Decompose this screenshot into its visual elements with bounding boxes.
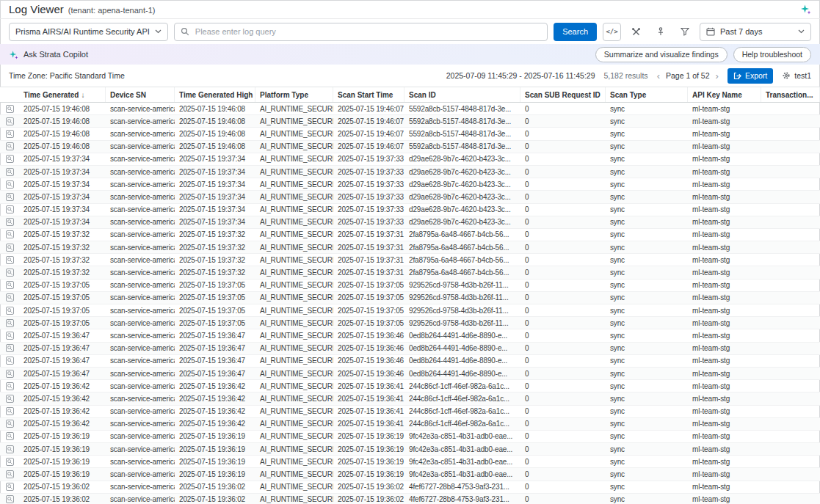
log-query-box[interactable] — [174, 23, 548, 41]
cell-platform-type: AI_RUNTIME_SECURITY_API — [255, 168, 333, 176]
row-detail-icon[interactable] — [0, 445, 19, 453]
cell-scan-id: d29ae628-9b7c-4620-b423-3c... — [404, 180, 520, 189]
row-detail-icon[interactable] — [0, 130, 19, 138]
table-row[interactable]: 2025-07-15 19:37:32scan-service-americas… — [0, 266, 820, 279]
row-detail-icon[interactable] — [0, 230, 19, 238]
query-tools-button[interactable] — [627, 23, 645, 41]
summarize-findings-button[interactable]: Summarize and visualize findings — [595, 47, 728, 62]
table-row[interactable]: 2025-07-15 19:37:34scan-service-americas… — [0, 166, 820, 178]
export-button[interactable]: Export — [728, 68, 773, 84]
column-header-api-key-name[interactable]: API Key Name — [688, 87, 761, 102]
row-detail-icon[interactable] — [0, 193, 19, 201]
row-detail-icon[interactable] — [0, 180, 19, 189]
row-detail-icon[interactable] — [0, 281, 19, 289]
row-detail-icon[interactable] — [0, 332, 19, 340]
cell-scan-start-time: 2025-07-15 19:36:02 — [333, 495, 404, 503]
cell-platform-type: AI_RUNTIME_SECURITY_API — [255, 281, 333, 289]
table-row[interactable]: 2025-07-15 19:46:08scan-service-americas… — [0, 141, 820, 153]
row-detail-icon[interactable] — [0, 495, 19, 503]
column-header-scan-id[interactable]: Scan ID — [404, 87, 520, 102]
cell-time-generated: 2025-07-15 19:37:05 — [19, 293, 106, 302]
row-detail-icon[interactable] — [0, 458, 19, 466]
row-detail-icon[interactable] — [0, 483, 19, 491]
table-row[interactable]: 2025-07-15 19:46:08scan-service-americas… — [0, 128, 820, 140]
page-prev-icon[interactable]: ‹ — [657, 71, 660, 81]
search-button[interactable]: Search — [554, 23, 597, 41]
column-header-time-generated-high-resol[interactable]: Time Generated High Resol... — [175, 87, 255, 102]
column-header-transaction[interactable]: Transaction... — [761, 87, 820, 102]
row-detail-icon[interactable] — [0, 269, 19, 277]
row-detail-icon[interactable] — [0, 407, 19, 415]
copilot-sparkle-icon[interactable] — [800, 4, 811, 15]
filter-button[interactable] — [675, 23, 694, 41]
row-detail-icon[interactable] — [0, 117, 19, 125]
cell-platform-type: AI_RUNTIME_SECURITY_API — [255, 180, 333, 189]
row-detail-icon[interactable] — [0, 293, 19, 302]
table-row[interactable]: 2025-07-15 19:37:05scan-service-americas… — [0, 317, 820, 329]
column-header-time-generated[interactable]: Time Generated↓ — [19, 87, 106, 102]
table-row[interactable]: 2025-07-15 19:36:02scan-service-americas… — [0, 481, 820, 494]
table-row[interactable]: 2025-07-15 19:37:32scan-service-americas… — [0, 241, 820, 254]
table-row[interactable]: 2025-07-15 19:36:42scan-service-americas… — [0, 380, 820, 392]
log-type-selector[interactable]: Prisma AIRS/AI Runtime Security API — [9, 23, 168, 41]
table-row[interactable]: 2025-07-15 19:37:34scan-service-americas… — [0, 153, 820, 166]
row-detail-icon[interactable] — [0, 205, 19, 213]
page-next-icon[interactable]: › — [716, 71, 719, 81]
table-row[interactable]: 2025-07-15 19:37:05scan-service-americas… — [0, 304, 820, 317]
row-detail-icon[interactable] — [0, 357, 19, 365]
row-detail-icon[interactable] — [0, 420, 19, 428]
row-detail-icon[interactable] — [0, 470, 19, 478]
cell-scan-id: 4fef6727-28b8-4753-9af3-231... — [404, 495, 520, 503]
table-row[interactable]: 2025-07-15 19:37:32scan-service-americas… — [0, 254, 820, 266]
table-row[interactable]: 2025-07-15 19:46:08scan-service-americas… — [0, 115, 820, 128]
table-row[interactable]: 2025-07-15 19:36:19scan-service-americas… — [0, 468, 820, 481]
row-detail-icon[interactable] — [0, 319, 19, 327]
help-troubleshoot-button[interactable]: Help troubleshoot — [733, 47, 811, 62]
table-row[interactable]: 2025-07-15 19:37:34scan-service-americas… — [0, 191, 820, 203]
table-row[interactable]: 2025-07-15 19:36:02scan-service-americas… — [0, 494, 820, 504]
log-query-input[interactable] — [194, 26, 541, 37]
view-query-code-button[interactable]: </> — [603, 23, 621, 41]
table-row[interactable]: 2025-07-15 19:36:42scan-service-americas… — [0, 392, 820, 405]
table-row[interactable]: 2025-07-15 19:37:34scan-service-americas… — [0, 216, 820, 229]
row-detail-icon[interactable] — [0, 432, 19, 440]
row-detail-icon[interactable] — [0, 105, 19, 113]
table-row[interactable]: 2025-07-15 19:36:19scan-service-americas… — [0, 456, 820, 468]
row-detail-icon[interactable] — [0, 382, 19, 390]
column-header-scan-sub-request-id[interactable]: Scan SUB Request ID — [520, 87, 606, 102]
row-detail-icon[interactable] — [0, 244, 19, 252]
column-header-device-sn[interactable]: Device SN — [106, 87, 175, 102]
row-detail-icon[interactable] — [0, 168, 19, 176]
table-row[interactable]: 2025-07-15 19:37:34scan-service-americas… — [0, 178, 820, 191]
table-row[interactable]: 2025-07-15 19:36:47scan-service-americas… — [0, 355, 820, 368]
time-range-selector[interactable]: Past 7 days — [700, 23, 811, 41]
table-row[interactable]: 2025-07-15 19:36:47scan-service-americas… — [0, 368, 820, 380]
cell-device-sn: scan-service-americas — [106, 230, 175, 238]
row-detail-icon[interactable] — [0, 142, 19, 150]
saved-view-selector[interactable]: test1 — [782, 71, 811, 80]
row-detail-icon[interactable] — [0, 344, 19, 352]
query-builder-button[interactable] — [651, 23, 670, 41]
ask-copilot-button[interactable]: Ask Strata Copilot — [9, 50, 88, 59]
column-header-scan-type[interactable]: Scan Type — [606, 87, 688, 102]
row-detail-icon[interactable] — [0, 155, 19, 163]
table-row[interactable]: 2025-07-15 19:37:05scan-service-americas… — [0, 280, 820, 292]
row-detail-icon[interactable] — [0, 395, 19, 403]
row-detail-icon[interactable] — [0, 370, 19, 378]
table-row[interactable]: 2025-07-15 19:36:19scan-service-americas… — [0, 431, 820, 443]
row-detail-icon[interactable] — [0, 218, 19, 226]
row-detail-icon[interactable] — [0, 256, 19, 264]
table-row[interactable]: 2025-07-15 19:46:08scan-service-americas… — [0, 103, 820, 115]
table-row[interactable]: 2025-07-15 19:37:05scan-service-americas… — [0, 292, 820, 304]
table-row[interactable]: 2025-07-15 19:36:42scan-service-americas… — [0, 406, 820, 418]
table-row[interactable]: 2025-07-15 19:36:47scan-service-americas… — [0, 329, 820, 342]
table-row[interactable]: 2025-07-15 19:36:47scan-service-americas… — [0, 343, 820, 355]
table-row[interactable]: 2025-07-15 19:37:34scan-service-americas… — [0, 204, 820, 216]
row-detail-icon[interactable] — [0, 307, 19, 315]
table-row[interactable]: 2025-07-15 19:37:32scan-service-americas… — [0, 229, 820, 241]
cell-api-key-name: ml-team-stg — [688, 281, 761, 289]
column-header-scan-start-time[interactable]: Scan Start Time — [333, 87, 404, 102]
column-header-platform-type[interactable]: Platform Type — [255, 87, 333, 102]
table-row[interactable]: 2025-07-15 19:36:19scan-service-americas… — [0, 443, 820, 456]
table-row[interactable]: 2025-07-15 19:36:42scan-service-americas… — [0, 418, 820, 431]
